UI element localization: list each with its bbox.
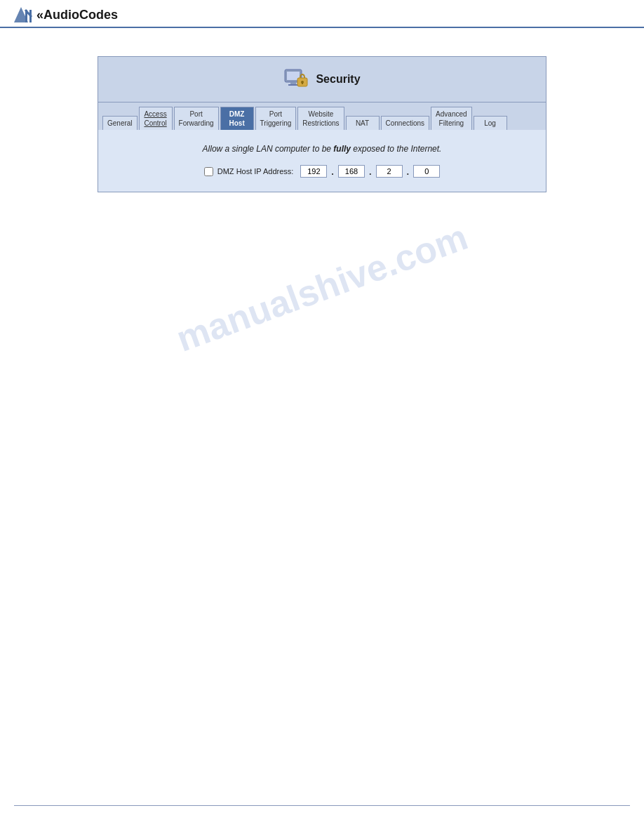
description-text: Allow a single LAN computer to be fully … <box>112 144 532 154</box>
tab-log[interactable]: Log <box>474 116 507 130</box>
ip-octet4[interactable] <box>413 165 440 178</box>
footer-line <box>14 805 630 806</box>
tab-nat[interactable]: NAT <box>346 116 380 130</box>
security-panel: Security General AccessControl PortForwa… <box>98 56 546 192</box>
audiocodes-logo-icon <box>14 7 34 22</box>
panel-body: Allow a single LAN computer to be fully … <box>98 130 546 192</box>
svg-rect-10 <box>302 82 303 84</box>
ip-octet3[interactable] <box>376 165 403 178</box>
main-content: Security General AccessControl PortForwa… <box>0 28 644 220</box>
svg-rect-7 <box>288 84 298 86</box>
ip-dot-3: . <box>407 166 410 177</box>
tab-access-control[interactable]: AccessControl <box>139 107 173 130</box>
panel-header: Security <box>98 57 546 102</box>
ip-octet1[interactable] <box>300 165 327 178</box>
dmz-checkbox[interactable] <box>204 167 213 176</box>
ip-octet2[interactable] <box>338 165 365 178</box>
ip-dot-1: . <box>331 166 334 177</box>
tab-port-triggering[interactable]: PortTriggering <box>255 107 297 130</box>
security-icon <box>283 67 309 92</box>
ip-dot-2: . <box>369 166 372 177</box>
tab-advanced-filtering[interactable]: AdvancedFiltering <box>431 107 471 130</box>
svg-rect-6 <box>290 82 296 84</box>
logo: «AudioCodes <box>14 7 118 22</box>
tabs-row: General AccessControl PortForwarding DMZ… <box>98 102 546 130</box>
panel-title: Security <box>316 73 360 86</box>
watermark: manualshive.com <box>171 216 474 360</box>
logo-text: «AudioCodes <box>36 8 118 22</box>
tab-general[interactable]: General <box>102 116 137 130</box>
tab-port-forwarding[interactable]: PortForwarding <box>174 107 219 130</box>
dmz-label: DMZ Host IP Address: <box>217 167 294 176</box>
page-header: «AudioCodes <box>0 0 644 28</box>
tab-connections[interactable]: Connections <box>381 116 430 130</box>
tab-website-restrictions[interactable]: WebsiteRestrictions <box>297 107 344 130</box>
tab-dmz-host[interactable]: DMZHost <box>220 107 254 130</box>
dmz-form-row: DMZ Host IP Address: . . . <box>112 165 532 178</box>
tab-access-control-link[interactable]: AccessControl <box>144 110 166 127</box>
